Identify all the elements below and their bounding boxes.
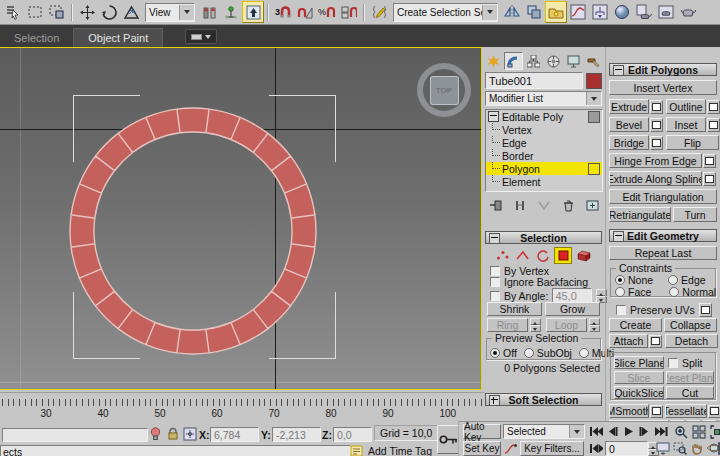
z-coordinate-field[interactable]: 0,0	[333, 427, 372, 442]
utilities-tab-icon[interactable]	[584, 52, 603, 70]
preview-multi-radio[interactable]	[579, 348, 589, 358]
chevron-down-icon[interactable]	[586, 92, 601, 105]
outline-settings-button[interactable]	[707, 100, 720, 114]
ring-spinner[interactable]	[530, 318, 541, 332]
stack-row-border[interactable]: Border	[486, 149, 602, 162]
modify-tab-icon[interactable]	[504, 52, 523, 70]
hierarchy-tab-icon[interactable]	[524, 52, 543, 70]
extrude-along-spline-settings-button[interactable]	[703, 172, 716, 186]
constraint-normal-radio[interactable]	[669, 287, 679, 297]
select-manipulate-icon[interactable]	[220, 1, 242, 23]
msmooth-settings-button[interactable]	[650, 405, 663, 418]
preview-off-radio[interactable]	[490, 348, 500, 358]
collapse-button[interactable]: Collapse	[664, 318, 717, 332]
go-to-start-button[interactable]	[588, 424, 603, 439]
edit-selection-sets-icon[interactable]	[368, 1, 390, 23]
bevel-button[interactable]: Bevel	[609, 117, 649, 132]
element-subobject-icon[interactable]	[576, 248, 592, 263]
preserve-uvs-settings-button[interactable]	[699, 303, 712, 317]
set-key-button[interactable]: Set Key	[463, 441, 501, 456]
stack-onoff-icon[interactable]	[588, 111, 600, 123]
turn-button[interactable]: Turn	[673, 207, 717, 222]
preserve-uvs-checkbox[interactable]	[616, 305, 626, 315]
zoom-icon[interactable]	[673, 424, 688, 439]
ignore-backfacing-checkbox[interactable]	[490, 277, 500, 287]
previous-frame-button[interactable]	[605, 424, 620, 439]
vertex-subobject-icon[interactable]	[494, 248, 510, 263]
auto-key-button[interactable]: Auto Key	[463, 424, 501, 439]
select-move-icon[interactable]	[76, 1, 98, 23]
loop-spinner[interactable]	[589, 318, 600, 332]
stack-row-edge[interactable]: Edge	[486, 136, 602, 149]
constraint-none-radio[interactable]	[615, 275, 625, 285]
time-tag-icon[interactable]	[349, 443, 364, 456]
y-coordinate-field[interactable]: -2,213	[272, 427, 321, 442]
timeline-track-bar[interactable]: 30405060708090100	[0, 392, 484, 425]
constraint-edge-radio[interactable]	[668, 275, 678, 285]
outline-button[interactable]: Outline	[666, 99, 706, 114]
flip-button[interactable]: Flip	[666, 135, 719, 150]
stack-row-editable-poly[interactable]: Editable Poly	[486, 110, 602, 123]
bridge-settings-button[interactable]	[650, 136, 663, 150]
chevron-down-icon[interactable]	[482, 5, 497, 20]
set-key-toggle-button[interactable]	[437, 425, 460, 454]
zoom-all-icon[interactable]	[691, 424, 706, 439]
isolate-lightbulb-icon[interactable]	[148, 426, 163, 441]
go-to-end-button[interactable]	[653, 424, 668, 439]
next-frame-button[interactable]	[637, 424, 652, 439]
modifier-list-dropdown[interactable]: Modifier List	[485, 91, 602, 106]
insert-vertex-button[interactable]: Insert Vertex	[609, 80, 717, 95]
use-center-icon[interactable]	[198, 1, 220, 23]
display-tab-icon[interactable]	[564, 52, 583, 70]
add-time-tag-label[interactable]: Add Time Tag	[368, 445, 432, 456]
key-filters-button[interactable]: Key Filters...	[520, 441, 584, 456]
create-tab-icon[interactable]	[484, 52, 503, 70]
motion-tab-icon[interactable]	[544, 52, 563, 70]
keyboard-override-button[interactable]	[242, 1, 264, 23]
snap-3d-button[interactable]: 3	[272, 1, 294, 23]
inset-button[interactable]: Inset	[666, 117, 706, 132]
quickslice-button[interactable]: QuickSlice	[614, 386, 664, 399]
ribbon-minimize-control[interactable]	[185, 29, 217, 44]
selection-lock-icon[interactable]	[165, 426, 180, 441]
configure-modifier-sets-icon[interactable]	[585, 198, 600, 213]
pan-zoom-mode-icon[interactable]	[655, 441, 670, 456]
select-rotate-icon[interactable]	[98, 1, 120, 23]
rendered-frame-icon[interactable]	[655, 1, 677, 23]
repeat-last-button[interactable]: Repeat Last	[609, 246, 717, 260]
preview-subobj-radio[interactable]	[524, 348, 534, 358]
polygon-subobject-icon[interactable]	[554, 247, 572, 264]
pin-stack-icon[interactable]	[488, 198, 503, 213]
collapse-tree-icon[interactable]	[488, 111, 499, 122]
new-key-filter-curve-icon[interactable]	[503, 441, 518, 456]
object-color-swatch[interactable]	[586, 73, 602, 89]
stack-onoff-icon[interactable]	[588, 163, 600, 175]
viewcube[interactable]: TOP	[417, 63, 471, 117]
mirror-icon[interactable]	[501, 1, 523, 23]
stack-row-vertex[interactable]: Vertex	[486, 123, 602, 136]
key-mode-dropdown[interactable]: Selected	[503, 424, 585, 439]
create-button[interactable]: Create	[609, 318, 662, 332]
render-setup-icon[interactable]	[633, 1, 655, 23]
select-scale-icon[interactable]	[120, 1, 142, 23]
x-coordinate-field[interactable]: 6,784	[210, 427, 259, 442]
stack-row-element[interactable]: Element	[486, 175, 602, 188]
ribbon-tab-object-paint[interactable]: Object Paint	[73, 28, 163, 47]
bevel-settings-button[interactable]	[650, 118, 663, 132]
cut-button[interactable]: Cut	[666, 386, 714, 399]
msmooth-button[interactable]: MSmooth	[609, 404, 649, 418]
split-checkbox[interactable]	[668, 358, 678, 368]
pan-hand-icon[interactable]	[689, 441, 704, 456]
border-subobject-icon[interactable]	[534, 248, 550, 263]
extrude-button[interactable]: Extrude	[609, 99, 649, 114]
shrink-button[interactable]: Shrink	[487, 302, 542, 316]
ribbon-tab-selection[interactable]: Selection	[0, 29, 73, 47]
absolute-offset-toggle-icon[interactable]	[182, 426, 197, 441]
zoom-region-icon[interactable]	[672, 441, 687, 456]
layer-manager-button[interactable]	[545, 1, 567, 23]
ref-coord-system-dropdown[interactable]: View	[145, 3, 195, 22]
remove-modifier-icon[interactable]	[561, 198, 576, 213]
selection-region-icon[interactable]	[24, 1, 46, 23]
attach-button[interactable]: Attach	[609, 334, 648, 348]
by-vertex-checkbox[interactable]	[490, 266, 500, 276]
